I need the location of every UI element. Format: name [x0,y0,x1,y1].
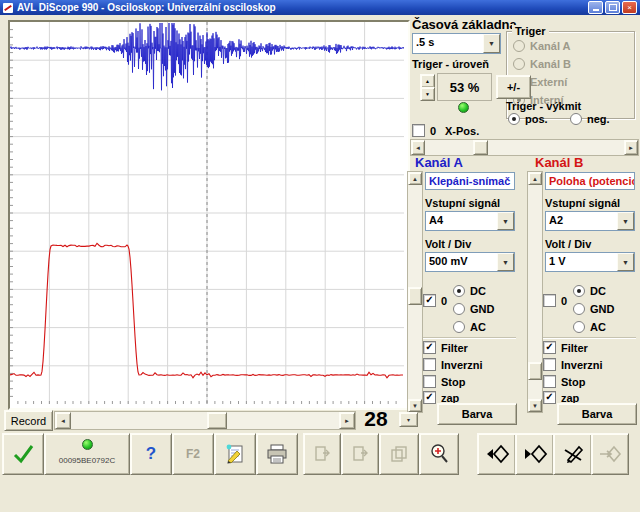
title-bar: AVL DiScope 990 - Osciloskop: Univerzáln… [0,0,640,15]
trigger-plus-minus-button[interactable]: +/- [496,75,531,99]
arrow-down-icon[interactable]: ▼ [528,399,542,412]
record-menu-button[interactable]: ▾ [399,412,418,427]
checkbox-icon[interactable] [412,124,425,137]
checkbox-icon[interactable] [543,375,556,388]
record-counter: 28 [356,407,396,431]
channel-a-inverzni-checkbox[interactable]: Inverzni [423,358,483,371]
page-arrow-icon [349,443,371,465]
channel-a-zero-checkbox[interactable]: 0 [423,294,447,307]
xpos-slider[interactable]: ◄ ► [410,139,639,156]
checkbox-icon[interactable] [423,391,436,404]
channel-b-voltdiv-select[interactable]: 1 V ▼ [545,252,635,272]
print-button[interactable] [256,433,298,475]
record-scrollbar[interactable]: ◄ ► [54,411,356,430]
arrow-left-icon[interactable]: ◄ [411,140,425,155]
channel-b-input-select[interactable]: A2 ▼ [545,211,635,231]
radio-icon[interactable] [573,321,585,333]
diamond-next-icon [522,442,548,466]
channel-b-color-button[interactable]: Barva [557,403,637,425]
radio-icon[interactable] [573,285,585,297]
notes-button[interactable] [214,433,256,475]
restore-button[interactable] [605,1,620,14]
prev-record-button[interactable] [477,433,516,475]
channel-a-voltdiv-select[interactable]: 500 mV ▼ [425,252,515,272]
channel-a-slider-thumb[interactable] [408,287,422,305]
channel-b-position-slider[interactable]: ▲ ▼ [527,171,543,413]
trigger-level-up-button[interactable]: ▲ [420,74,435,88]
arrow-up-icon[interactable]: ▲ [528,172,542,185]
channel-a-color-button[interactable]: Barva [437,403,517,425]
channel-a-coupling-dc[interactable]: DC [453,285,486,297]
arrow-right-icon[interactable]: ► [339,412,355,429]
copy-pages-button [379,433,419,475]
next-record-button[interactable] [515,433,554,475]
help-button[interactable]: ? [130,433,172,475]
zoom-in-button[interactable] [419,433,459,475]
trigger-level-down-button[interactable]: ▼ [420,87,435,101]
channel-b-name-field[interactable]: Poloha (potenciometr) [545,172,635,190]
checkbox-icon[interactable] [543,391,556,404]
minimize-button[interactable] [588,1,603,14]
arrow-left-icon[interactable]: ◄ [55,412,71,429]
timebase-select[interactable]: .5 s ▼ [412,33,501,54]
channel-b-coupling-gnd[interactable]: GND [573,303,614,315]
check-icon [11,443,35,465]
checkbox-icon[interactable] [543,341,556,354]
channel-b-zero-checkbox[interactable]: 0 [543,294,567,307]
channel-a-position-slider[interactable]: ▲ ▼ [407,171,423,413]
channel-a-name-field[interactable]: Klepáni-snímač [425,172,515,190]
pencil-slash-icon [560,442,586,466]
arrow-up-icon[interactable]: ▲ [408,172,422,185]
checkbox-icon[interactable] [423,375,436,388]
channel-a-input-select[interactable]: A4 ▼ [425,211,515,231]
trigger-slope-neg[interactable]: neg. [570,113,610,125]
xpos-label: X-Pos. [445,125,479,137]
channel-b-inverzni-checkbox[interactable]: Inverzni [543,358,603,371]
radio-icon[interactable] [570,113,582,125]
close-button[interactable]: × [622,1,637,14]
trigger-slope-pos[interactable]: pos. [508,113,548,125]
record-scrollbar-thumb[interactable] [207,412,227,429]
radio-icon[interactable] [453,303,465,315]
channel-a-filter-checkbox[interactable]: Filter [423,341,468,354]
application-window: AVL DiScope 990 - Osciloskop: Univerzáln… [0,0,640,512]
xpos-zero-checkbox[interactable]: 0 [412,124,436,137]
radio-icon [513,58,525,70]
timebase-value: .5 s [413,34,483,53]
chevron-down-icon[interactable]: ▼ [497,212,514,230]
channel-b-coupling-ac[interactable]: AC [573,321,606,333]
arrow-down-icon[interactable]: ▼ [408,399,422,412]
radio-icon[interactable] [453,285,465,297]
channel-a-coupling-ac[interactable]: AC [453,321,486,333]
scope-plot [10,22,404,404]
checkbox-icon[interactable] [423,294,436,307]
chevron-down-icon[interactable]: ▼ [617,212,634,230]
channel-b-filter-checkbox[interactable]: Filter [543,341,588,354]
checkbox-icon[interactable] [543,294,556,307]
channel-a-stop-checkbox[interactable]: Stop [423,375,465,388]
chevron-down-icon[interactable]: ▼ [483,34,500,53]
channel-b-slider-thumb[interactable] [528,362,542,380]
confirm-button[interactable] [2,433,44,475]
channel-b-stop-checkbox[interactable]: Stop [543,375,585,388]
checkbox-icon[interactable] [423,358,436,371]
chevron-down-icon[interactable]: ▼ [497,253,514,271]
radio-icon[interactable] [508,113,520,125]
arrow-right-icon[interactable]: ► [624,140,638,155]
checkbox-icon[interactable] [423,341,436,354]
radio-icon[interactable] [453,321,465,333]
chevron-down-icon[interactable]: ▼ [617,253,634,271]
channel-b-title: Kanál B [535,155,583,170]
trigger-level-value: 53 % [437,73,492,101]
channel-b-coupling-dc[interactable]: DC [573,285,606,297]
scope-display [8,20,410,410]
xpos-slider-thumb[interactable] [473,140,488,155]
checkbox-icon[interactable] [543,358,556,371]
channel-a-voltdiv-label: Volt / Div [425,238,471,250]
record-button[interactable]: Record [4,410,53,431]
radio-icon[interactable] [573,303,585,315]
printer-icon [265,443,289,465]
annotate-button[interactable] [553,433,592,475]
channel-a-coupling-gnd[interactable]: GND [453,303,494,315]
channel-a-input-label: Vstupní signál [425,197,500,209]
